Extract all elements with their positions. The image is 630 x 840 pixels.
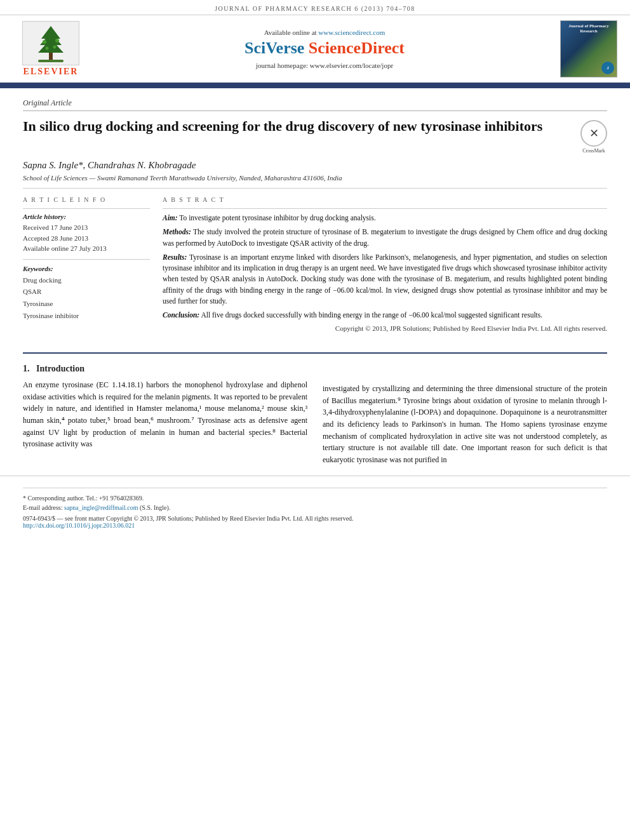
abstract-heading: A B S T R A C T [163,196,607,203]
conclusion-label: Conclusion: [163,311,199,319]
copyright-text: Copyright © 2013, JPR Solutions; Publish… [163,324,607,332]
abstract-methods: Methods: The study involved the protein … [163,227,607,249]
logo-bar: ELSEVIER Available online at www.science… [0,15,630,84]
issn-text: 0974-6943/$ — see front matter Copyright… [23,515,607,522]
article-content: Original Article In silico drug docking … [0,88,630,352]
footnote-area: * Corresponding author. Tel.: +91 976402… [0,476,630,535]
abstract-results: Results: Tyrosinase is an important enzy… [163,252,607,307]
elsevier-tree-image [22,21,79,65]
journal-thumbnail: Journal of Pharmacy Research J [560,20,617,77]
abstract-conclusion: Conclusion: All five drugs docked succes… [163,310,607,321]
email-address: E-mail address: sapna_ingle@rediffmail.c… [23,503,607,512]
article-info-abstract: A R T I C L E I N F O Article history: R… [23,196,607,332]
email-link[interactable]: sapna_ingle@rediffmail.com [64,504,138,511]
svg-marker-4 [38,39,64,53]
homepage-url: www.elsevier.com/locate/jopr [310,62,393,69]
title-row: In silico drug docking and screening for… [23,117,607,154]
article-info-heading: A R T I C L E I N F O [23,196,150,203]
article-title: In silico drug docking and screening for… [23,117,573,136]
crossmark-badge [580,120,607,147]
elsevier-logo: ELSEVIER [13,21,89,77]
section-title: Introduction [36,364,84,373]
article-type: Original Article [23,98,607,111]
results-text: Tyrosinase is an important enzyme linked… [163,253,607,305]
article-info-section: Article history: Received 17 June 2013 A… [23,208,150,254]
accepted-date: Accepted 28 June 2013 [23,233,150,244]
methods-label: Methods: [163,228,191,236]
sciverse-logo: SciVerse ScienceDirect [89,39,560,58]
elsevier-text: ELSEVIER [23,67,79,77]
keywords-section: Keywords: Drug docking QSAR Tyrosinase T… [23,265,150,322]
introduction-heading: 1. Introduction [23,364,307,374]
body-content: 1. Introduction An enzyme tyrosinase (EC… [0,354,630,476]
svg-rect-0 [49,51,53,61]
keyword-4: Tyrosinase inhibitor [23,310,150,322]
authors: Sapna S. Ingle*, Chandrahas N. Khobragad… [23,160,607,171]
abstract-section: Aim: To investigate potent tyrosinase in… [163,208,607,332]
sciverse-sci: SciVerse [245,39,309,57]
body-left-column: 1. Introduction An enzyme tyrosinase (EC… [23,364,307,465]
sciencedirect-url[interactable]: www.sciencedirect.com [318,29,385,36]
journal-thumb-logo: J [601,62,614,74]
doi-link[interactable]: http://dx.doi.org/10.1016/j.jopr.2013.06… [23,522,607,529]
svg-rect-1 [38,60,64,62]
methods-text: The study involved the protein structure… [163,228,607,246]
journal-thumb-title: Journal of Pharmacy Research [563,23,614,34]
divider-1 [23,259,150,260]
section-number: 1. [23,364,30,373]
aim-text: To investigate potent tyrosinase inhibit… [178,214,376,222]
footnote-divider [23,488,607,488]
svg-point-8 [53,45,57,48]
available-online-text: Available online at www.sciencedirect.co… [89,29,560,36]
keyword-2: QSAR [23,286,150,298]
svg-point-7 [46,46,49,50]
introduction-left-text: An enzyme tyrosinase (EC 1.14.18.1) harb… [23,379,307,450]
available-online-date: Available online 27 July 2013 [23,243,150,254]
conclusion-text: All five drugs docked successfully with … [199,311,542,319]
abstract-column: A B S T R A C T Aim: To investigate pote… [163,196,607,332]
svg-point-6 [55,39,59,43]
crossmark-label: CrossMark [582,148,605,154]
received-date: Received 17 June 2013 [23,222,150,233]
results-label: Results: [163,253,187,261]
body-right-column: investigated by crystallizing and determ… [323,364,607,465]
article-info-column: A R T I C L E I N F O Article history: R… [23,196,150,332]
keyword-1: Drug docking [23,274,150,286]
journal-header: JOURNAL OF PHARMACY RESEARCH 6 (2013) 70… [0,0,630,15]
abstract-text: Aim: To investigate potent tyrosinase in… [163,213,607,321]
affiliation: School of Life Sciences — Swami Ramanand… [23,174,607,189]
sciverse-sciencedirect: ScienceDirect [309,39,405,57]
homepage-text: journal homepage: www.elsevier.com/locat… [89,62,560,69]
introduction-right-text: investigated by crystallizing and determ… [323,383,607,465]
article-history-label: Article history: [23,213,150,220]
keyword-3: Tyrosinase [23,298,150,310]
svg-point-5 [43,40,46,44]
crossmark-container: CrossMark [580,117,607,154]
aim-label: Aim: [163,214,178,222]
sciverse-center: Available online at www.sciencedirect.co… [89,29,560,69]
keywords-label: Keywords: [23,265,150,272]
corresponding-author: * Corresponding author. Tel.: +91 976402… [23,493,607,503]
abstract-aim: Aim: To investigate potent tyrosinase in… [163,213,607,223]
